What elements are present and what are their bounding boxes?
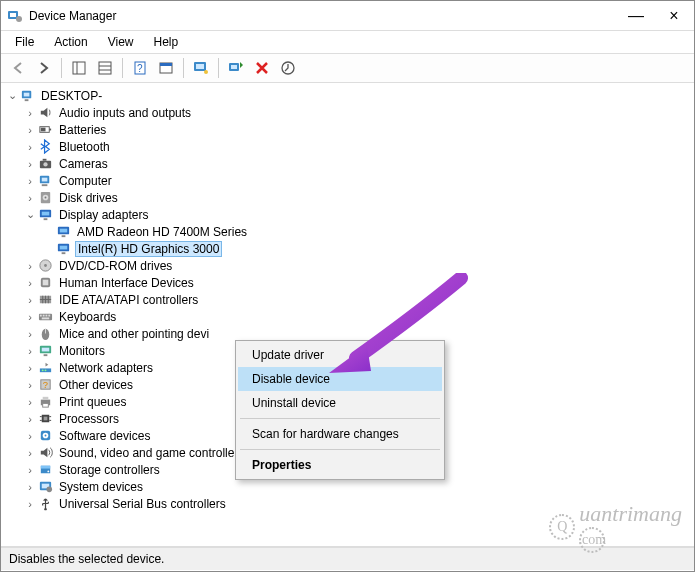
svg-point-81 <box>47 470 49 472</box>
svg-rect-71 <box>44 417 48 421</box>
context-menu-separator <box>240 418 440 419</box>
tree-category-row[interactable]: › Disk drives <box>1 189 694 206</box>
svg-rect-34 <box>42 212 50 216</box>
sound-icon <box>37 444 54 461</box>
chevron-right-icon[interactable]: › <box>23 430 37 442</box>
toolbar-separator <box>218 58 219 78</box>
uninstall-button[interactable] <box>251 57 273 79</box>
chevron-right-icon[interactable]: › <box>23 260 37 272</box>
svg-rect-54 <box>46 315 48 317</box>
disk-icon <box>37 189 54 206</box>
chevron-right-icon[interactable]: › <box>23 498 37 510</box>
svg-point-64 <box>45 369 47 371</box>
svg-rect-69 <box>43 403 49 407</box>
menu-help[interactable]: Help <box>146 33 187 51</box>
tree-category-row[interactable]: › System devices <box>1 478 694 495</box>
help-button[interactable]: ? <box>129 57 151 79</box>
tree-device-label: Intel(R) HD Graphics 3000 <box>75 241 222 257</box>
tree-category-row[interactable]: › DVD/CD-ROM drives <box>1 257 694 274</box>
tree-category-label: Storage controllers <box>57 463 162 477</box>
tree-category-row[interactable]: ⌄ Display adapters <box>1 206 694 223</box>
svg-point-25 <box>43 162 47 166</box>
svg-rect-80 <box>41 466 50 469</box>
context-menu-item[interactable]: Disable device <box>238 367 442 391</box>
context-menu: Update driverDisable deviceUninstall dev… <box>235 340 445 480</box>
chevron-right-icon[interactable]: › <box>23 413 37 425</box>
tree-category-row[interactable]: › Audio inputs and outputs <box>1 104 694 121</box>
chevron-right-icon[interactable]: › <box>23 141 37 153</box>
tree-category-row[interactable]: › Batteries <box>1 121 694 138</box>
printer-icon <box>37 393 54 410</box>
svg-rect-16 <box>231 65 237 69</box>
tree-category-row[interactable]: › Bluetooth <box>1 138 694 155</box>
svg-point-32 <box>45 197 47 199</box>
update-driver-button[interactable] <box>277 57 299 79</box>
menu-view[interactable]: View <box>100 33 142 51</box>
close-button[interactable]: × <box>660 8 688 24</box>
tree-category-label: Disk drives <box>57 191 120 205</box>
svg-rect-37 <box>60 229 68 233</box>
svg-point-85 <box>44 508 46 510</box>
ide-icon <box>37 291 54 308</box>
svg-rect-11 <box>160 63 172 66</box>
tree-category-row[interactable]: › Computer <box>1 172 694 189</box>
tree-category-label: Processors <box>57 412 121 426</box>
tree-category-label: Network adapters <box>57 361 155 375</box>
device-tree-pane[interactable]: ⌄ DESKTOP- › Audio inputs and outputs › … <box>1 83 694 547</box>
toolbar-separator <box>61 58 62 78</box>
toolbar-separator <box>183 58 184 78</box>
back-button[interactable] <box>7 57 29 79</box>
chevron-right-icon[interactable]: › <box>23 158 37 170</box>
svg-rect-3 <box>73 62 85 74</box>
optical-icon <box>37 257 54 274</box>
chevron-right-icon[interactable]: › <box>23 192 37 204</box>
chevron-right-icon[interactable]: › <box>23 396 37 408</box>
title-bar: Device Manager — × <box>1 1 694 31</box>
chevron-right-icon[interactable]: › <box>23 481 37 493</box>
computer-icon-button[interactable] <box>190 57 212 79</box>
audio-icon <box>37 104 54 121</box>
chevron-right-icon[interactable]: › <box>23 328 37 340</box>
chevron-right-icon[interactable]: › <box>23 311 37 323</box>
chevron-right-icon[interactable]: › <box>23 379 37 391</box>
tree-root-row[interactable]: ⌄ DESKTOP- <box>1 87 694 104</box>
chevron-right-icon[interactable]: › <box>23 175 37 187</box>
menu-action[interactable]: Action <box>46 33 95 51</box>
tree-category-label: Software devices <box>57 429 152 443</box>
tree-category-row[interactable]: › IDE ATA/ATAPI controllers <box>1 291 694 308</box>
context-menu-item[interactable]: Update driver <box>238 343 442 367</box>
tree-category-label: Display adapters <box>57 208 150 222</box>
chevron-right-icon[interactable]: › <box>23 447 37 459</box>
minimize-button[interactable]: — <box>622 8 650 24</box>
tree-device-row[interactable]: AMD Radeon HD 7400M Series <box>1 223 694 240</box>
properties-button[interactable] <box>94 57 116 79</box>
context-menu-item[interactable]: Uninstall device <box>238 391 442 415</box>
tree-category-row[interactable]: › Cameras <box>1 155 694 172</box>
svg-rect-26 <box>43 159 47 161</box>
svg-rect-55 <box>48 315 50 317</box>
tree-category-row[interactable]: › Human Interface Devices <box>1 274 694 291</box>
chevron-right-icon[interactable]: › <box>23 345 37 357</box>
chevron-right-icon[interactable]: › <box>23 464 37 476</box>
tree-category-row[interactable]: › Keyboards <box>1 308 694 325</box>
context-menu-item[interactable]: Properties <box>238 453 442 477</box>
chevron-down-icon[interactable]: ⌄ <box>23 208 37 221</box>
chevron-right-icon[interactable]: › <box>23 362 37 374</box>
forward-button[interactable] <box>33 57 55 79</box>
chevron-down-icon[interactable]: ⌄ <box>5 89 19 102</box>
svg-rect-60 <box>42 348 50 352</box>
chevron-right-icon[interactable]: › <box>23 107 37 119</box>
menu-file[interactable]: File <box>7 33 42 51</box>
camera-icon <box>37 155 54 172</box>
chevron-right-icon[interactable]: › <box>23 294 37 306</box>
chevron-right-icon[interactable]: › <box>23 124 37 136</box>
computer-icon <box>37 172 54 189</box>
tree-category-label: Other devices <box>57 378 135 392</box>
scan-hardware-button[interactable] <box>225 57 247 79</box>
hid-icon <box>37 274 54 291</box>
show-hide-tree-button[interactable] <box>68 57 90 79</box>
tree-device-row[interactable]: Intel(R) HD Graphics 3000 <box>1 240 694 257</box>
chevron-right-icon[interactable]: › <box>23 277 37 289</box>
propsheet-button[interactable] <box>155 57 177 79</box>
context-menu-item[interactable]: Scan for hardware changes <box>238 422 442 446</box>
